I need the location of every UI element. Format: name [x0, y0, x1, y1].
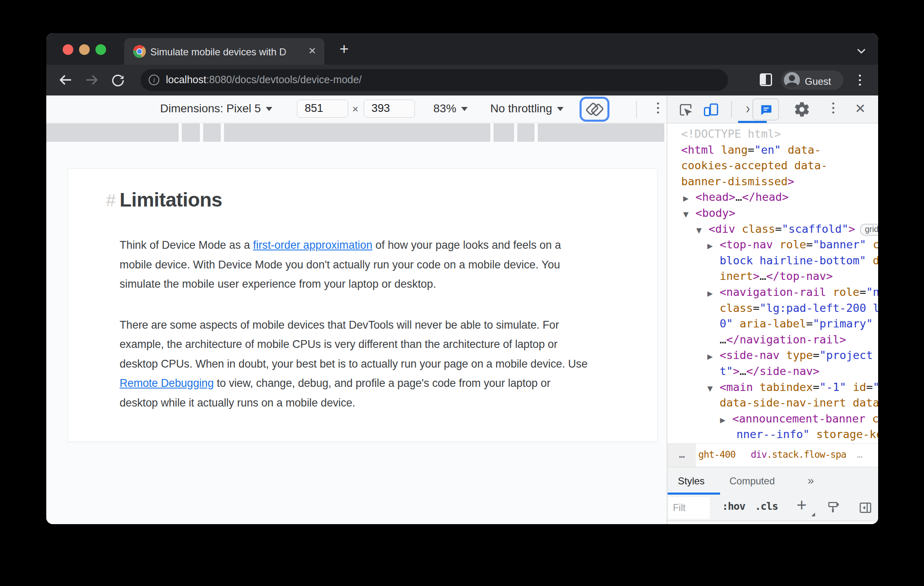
dom-tree-line[interactable]: …</navigation-rail> [720, 333, 846, 346]
device-toolbar-toggle-icon[interactable] [702, 101, 720, 118]
dom-tree-line[interactable]: <navigation-rail role="na [720, 286, 878, 298]
dom-tree-line[interactable]: <top-nav role="banner" cla [720, 238, 878, 251]
collapsed-arrow-icon[interactable]: ▶ [707, 352, 713, 361]
new-style-rule-button[interactable]: + [797, 495, 807, 515]
dom-tree-line[interactable]: inert>…</top-nav> [720, 270, 833, 282]
device-height-input[interactable]: 393 [364, 100, 415, 118]
doc-card: #Limitations Think of Device Mode as a f… [68, 168, 657, 442]
expanded-arrow-icon[interactable]: ▼ [683, 210, 688, 218]
paragraph: Think of Device Mode as a first-order ap… [120, 236, 604, 294]
collapsed-arrow-icon[interactable]: ▶ [707, 242, 713, 250]
dom-tree-line[interactable]: <div class="scaffold">grid [709, 223, 878, 236]
expanded-arrow-icon[interactable]: ▼ [696, 226, 702, 234]
dom-tree-line[interactable]: <!DOCTYPE html> [681, 127, 781, 140]
maximize-window-button[interactable] [95, 44, 106, 55]
paragraph-line: example, the architecture of mobile CPUs… [120, 335, 604, 354]
forward-button[interactable] [84, 72, 100, 88]
ruler-gap [514, 123, 517, 142]
new-tab-button[interactable]: + [340, 41, 349, 56]
dom-tree-line[interactable]: <side-nav type="project [720, 349, 873, 361]
page-pane: Dimensions: Pixel 5 851 × 393 83% No thr… [46, 95, 667, 524]
expanded-arrow-icon[interactable]: ▼ [707, 384, 713, 393]
styles-filter-input[interactable]: Filt [668, 497, 710, 519]
collapsed-arrow-icon[interactable]: ▶ [720, 416, 725, 424]
toggle-class-button[interactable]: .cls [755, 500, 778, 512]
browser-window: Simulate mobile devices with D ✕ + i loc… [46, 33, 878, 524]
new-style-rule-dropdown [811, 513, 815, 516]
heading-anchor[interactable]: # [106, 191, 116, 210]
dom-tree-line[interactable]: <body> [695, 207, 736, 219]
paragraph-line: Think of Device Mode as a first-order ap… [120, 236, 604, 255]
devtools-settings-icon[interactable] [793, 101, 811, 118]
address-bar[interactable]: i localhost:8080/docs/devtools/device-mo… [140, 69, 728, 91]
browser-tab[interactable]: Simulate mobile devices with D ✕ [124, 38, 324, 65]
window-body: Dimensions: Pixel 5 851 × 393 83% No thr… [46, 95, 878, 524]
collapsed-arrow-icon[interactable]: ▶ [683, 194, 688, 202]
remote-debugging-link[interactable]: Remote Debugging [120, 377, 214, 389]
dimensions-separator: × [352, 103, 358, 116]
dom-tree-line[interactable]: cookies-accepted data- [681, 159, 828, 172]
devtools-close-icon[interactable]: ✕ [855, 101, 866, 116]
toggle-hover-button[interactable]: :hov [722, 500, 745, 512]
first-order-approximation-link[interactable]: first-order approximation [253, 239, 372, 251]
paint-flashing-icon[interactable] [827, 501, 840, 515]
device-width-input[interactable]: 851 [297, 100, 348, 118]
site-info-icon[interactable]: i [149, 75, 159, 85]
throttling-select[interactable]: No throttling [490, 102, 564, 115]
dom-tree-line[interactable]: banner-dismissed> [681, 175, 794, 188]
paragraph: There are some aspects of mobile devices… [120, 316, 604, 413]
side-panel-icon[interactable] [760, 73, 772, 86]
reload-button[interactable] [111, 73, 125, 87]
breadcrumb-overflow-left[interactable]: … [667, 444, 696, 467]
desktop-background: Simulate mobile devices with D ✕ + i loc… [0, 0, 924, 586]
dom-tree-line[interactable]: 0" aria-label="primary" [720, 317, 873, 330]
minimize-window-button[interactable] [79, 44, 90, 55]
collapsed-arrow-icon[interactable]: ▶ [707, 289, 713, 298]
sidebar-toggle-icon[interactable] [858, 501, 872, 515]
back-button[interactable] [58, 72, 73, 88]
dom-tree-line[interactable]: data-side-nav-inert data [720, 396, 878, 409]
breadcrumb-overflow-right[interactable]: … [857, 449, 862, 460]
tab-computed[interactable]: Computed [729, 475, 775, 487]
tab-close-icon[interactable]: ✕ [308, 45, 316, 57]
grid-badge[interactable]: grid [860, 224, 878, 236]
paragraph-line: There are some aspects of mobile devices… [120, 316, 604, 335]
dom-tree-line[interactable]: block hairline-bottom" dat [720, 254, 878, 267]
devtools-menu-icon[interactable] [832, 102, 834, 114]
tab-search-chevron-icon[interactable] [855, 47, 867, 55]
url-text: localhost:8080/docs/devtools/device-mode… [166, 74, 362, 86]
ruler-gap [490, 123, 494, 142]
breadcrumb-item-selected[interactable]: div.stack.flow-spa [751, 449, 846, 460]
dom-tree-line[interactable]: <head>…</head> [695, 191, 789, 203]
paragraph-line: mobile device. With Device Mode you don'… [120, 255, 604, 275]
more-panels-chevron-icon[interactable]: › [746, 100, 750, 117]
tab-styles[interactable]: Styles [678, 475, 704, 487]
page-content: #Limitations Think of Device Mode as a f… [46, 142, 667, 524]
toolbar-divider [731, 101, 732, 118]
devtools-toolbar: › ✕ [667, 95, 878, 123]
dom-tree-line[interactable]: class="lg:pad-left-200 le [720, 302, 878, 314]
dom-tree-line[interactable]: t">…</side-nav> [720, 365, 820, 377]
breadcrumb-item[interactable]: ght-400 [698, 449, 736, 460]
devtools-panel: › ✕ <!DOCTYPE html><html lang="en" data-… [667, 95, 878, 524]
close-window-button[interactable] [63, 44, 73, 55]
dimensions-select[interactable]: Dimensions: Pixel 5 [160, 102, 272, 115]
dom-tree-line[interactable]: <announcement-banner cla [732, 412, 878, 425]
zoom-select[interactable]: 83% [433, 102, 468, 115]
dom-tree-line[interactable]: <html lang="en" data- [681, 143, 821, 156]
rotate-button[interactable] [580, 97, 609, 122]
device-toolbar-menu-icon[interactable] [657, 102, 659, 114]
dom-tree-line[interactable]: nner--info" storage-ke [736, 428, 878, 441]
device-toolbar: Dimensions: Pixel 5 851 × 393 83% No thr… [46, 95, 667, 123]
browser-menu-icon[interactable] [859, 75, 861, 86]
styles-tab-bar: Styles Computed » [667, 467, 878, 495]
selected-panel-indicator [738, 121, 767, 123]
console-insights-tab[interactable] [752, 98, 779, 120]
profile-button[interactable]: Guest [781, 70, 843, 90]
dom-tree-line[interactable]: <main tabindex="-1" id=" [720, 381, 878, 393]
paragraph-line: desktop CPUs. When in doubt, your best b… [120, 354, 604, 374]
inspect-element-icon[interactable] [678, 102, 693, 118]
more-tabs-icon[interactable]: » [808, 475, 814, 487]
paragraph-line: desktop while it actually runs on a mobi… [120, 393, 604, 413]
profile-name: Guest [805, 76, 831, 87]
